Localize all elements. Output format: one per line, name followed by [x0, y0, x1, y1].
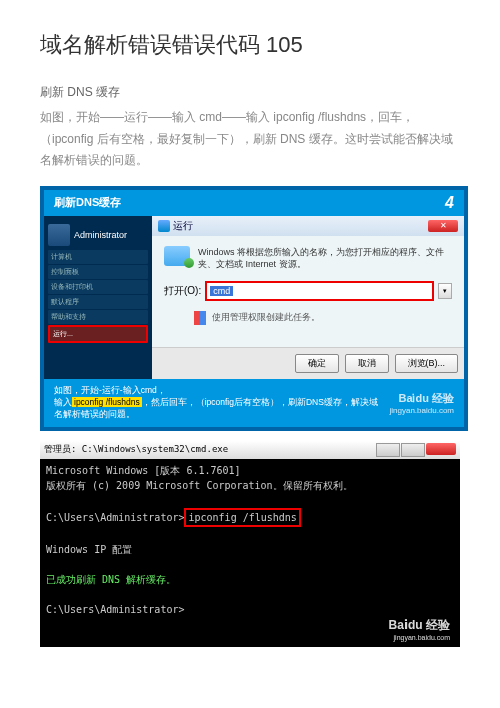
highlighted-command: ipconfig /flushdns	[184, 508, 300, 527]
subtitle: 刷新 DNS 缓存	[40, 84, 460, 101]
highlighted-command: ipconfig /flushdns	[72, 397, 142, 407]
run-dialog-titlebar: 运行 ✕	[152, 216, 464, 236]
cmd-title: 管理员: C:\Windows\system32\cmd.exe	[44, 443, 228, 456]
run-input-value: cmd	[210, 286, 233, 296]
user-avatar-icon	[48, 224, 70, 246]
minimize-button[interactable]	[376, 443, 400, 457]
cmd-titlebar: 管理员: C:\Windows\system32\cmd.exe	[40, 441, 460, 459]
run-input-field[interactable]: cmd	[205, 281, 434, 301]
baidu-watermark: Bai̇du 经验 jingyan.baidu.com	[390, 391, 454, 415]
slide-header: 刷新DNS缓存 4	[44, 190, 464, 216]
slide-step-number: 4	[445, 194, 454, 212]
ok-button[interactable]: 确定	[295, 354, 339, 373]
cmd-line: C:\Users\Administrator>	[46, 602, 454, 617]
close-button[interactable]: ✕	[428, 220, 458, 232]
start-menu: Administrator 计算机 控制面板 设备和打印机 默认程序 帮助和支持…	[44, 216, 152, 379]
shield-icon	[194, 311, 206, 325]
cmd-prompt-line: C:\Users\Administrator>ipconfig /flushdn…	[46, 508, 454, 527]
cancel-button[interactable]: 取消	[345, 354, 389, 373]
start-menu-item[interactable]: 计算机	[48, 250, 148, 264]
document-page: 域名解析错误错误代码 105 刷新 DNS 缓存 如图，开始——运行——输入 c…	[0, 0, 500, 677]
start-menu-item[interactable]: 默认程序	[48, 295, 148, 309]
cmd-success-line: 已成功刷新 DNS 解析缓存。	[46, 572, 454, 587]
cmd-line: Microsoft Windows [版本 6.1.7601]	[46, 463, 454, 478]
open-label: 打开(O):	[164, 284, 201, 298]
run-dialog-window: 运行 ✕ Windows 将根据您所输入的名称，为您打开相应的程序、文件夹、文档…	[152, 216, 464, 379]
browse-button[interactable]: 浏览(B)...	[395, 354, 459, 373]
maximize-button[interactable]	[401, 443, 425, 457]
start-menu-item[interactable]: 设备和打印机	[48, 280, 148, 294]
cmd-line: 版权所有 (c) 2009 Microsoft Corporation。保留所有…	[46, 478, 454, 493]
cmd-line: Windows IP 配置	[46, 542, 454, 557]
baidu-watermark: Bai̇du 经验 jingyan.baidu.com	[389, 617, 450, 641]
slide-header-text: 刷新DNS缓存	[54, 195, 121, 210]
figure-run-dialog: 刷新DNS缓存 4 Administrator 计算机 控制面板 设备和打印机 …	[40, 186, 468, 431]
run-dialog-icon	[158, 220, 170, 232]
admin-label: 使用管理权限创建此任务。	[212, 311, 320, 324]
dropdown-button[interactable]: ▾	[438, 283, 452, 299]
run-icon	[164, 246, 190, 266]
slide-footer-text: 如图，开始-运行-输入cmd， 输入ipconfig /flushdns，然后回…	[54, 385, 384, 421]
start-menu-user: Administrator	[48, 224, 148, 246]
figure-cmd-window: 管理员: C:\Windows\system32\cmd.exe Microso…	[40, 441, 460, 647]
run-dialog-message: Windows 将根据您所输入的名称，为您打开相应的程序、文件夹、文档或 Int…	[198, 246, 452, 271]
description: 如图，开始——运行——输入 cmd——输入 ipconfig /flushdns…	[40, 107, 460, 172]
close-button[interactable]	[426, 443, 456, 455]
run-dialog-title: 运行	[173, 219, 193, 233]
slide-footer: 如图，开始-运行-输入cmd， 输入ipconfig /flushdns，然后回…	[44, 379, 464, 427]
start-menu-item[interactable]: 帮助和支持	[48, 310, 148, 324]
page-title: 域名解析错误错误代码 105	[40, 30, 460, 60]
start-menu-run-item[interactable]: 运行...	[48, 325, 148, 343]
start-menu-item[interactable]: 控制面板	[48, 265, 148, 279]
